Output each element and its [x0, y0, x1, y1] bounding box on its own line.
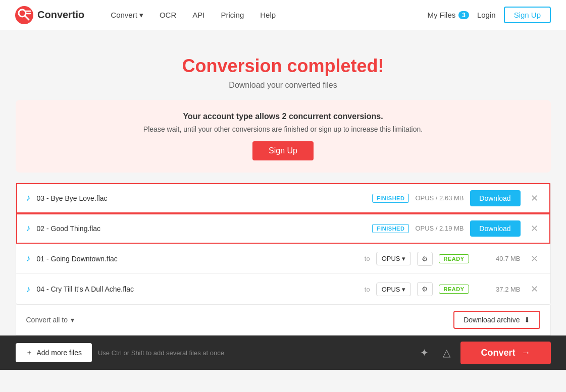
file-size: OPUS / 2.19 MB — [415, 225, 464, 232]
drop-hint: Use Ctrl or Shift to add several files a… — [98, 349, 410, 357]
nav-convert[interactable]: Convert ▾ — [105, 8, 149, 23]
my-files-button[interactable]: My Files 3 — [427, 11, 469, 19]
nav-api[interactable]: API — [186, 8, 211, 22]
status-badge: FINISHED — [372, 224, 409, 233]
status-badge: FINISHED — [372, 194, 409, 203]
nav-help[interactable]: Help — [254, 8, 282, 22]
nav-right: My Files 3 Login Sign Up — [427, 7, 551, 23]
notice-signup-button[interactable]: Sign Up — [252, 141, 314, 160]
notice-banner: Your account type allows 2 concurrent co… — [16, 100, 551, 173]
nav-pricing[interactable]: Pricing — [215, 8, 250, 22]
login-link[interactable]: Login — [477, 11, 496, 19]
hero-title: Conversion completed! — [16, 55, 551, 77]
logo[interactable]: Convertio — [15, 6, 84, 24]
file-name: 02 - Good Thing.flac — [37, 225, 367, 233]
logo-icon — [15, 6, 33, 24]
convert-all-button[interactable]: Convert all to ▾ — [26, 316, 74, 324]
notice-title: Your account type allows 2 concurrent co… — [31, 112, 536, 121]
download-button[interactable]: Download — [470, 220, 521, 237]
plus-icon: ＋ — [26, 348, 33, 357]
convert-button[interactable]: Convert → — [460, 342, 550, 364]
music-icon: ♪ — [26, 284, 31, 295]
google-drive-icon: △ — [443, 347, 450, 358]
dropbox-icon: ✦ — [420, 347, 429, 358]
file-size: OPUS / 2.63 MB — [415, 194, 464, 202]
bottom-toolbar: ＋ Add more files Use Ctrl or Shift to ad… — [6, 335, 561, 370]
notice-text: Please wait, until your other conversion… — [31, 125, 536, 133]
download-icon: ⬇ — [524, 316, 530, 324]
bottom-section: ＋ Add more files Use Ctrl or Shift to ad… — [0, 335, 566, 370]
main-content: Conversion completed! Download your conv… — [6, 30, 561, 335]
table-row: ♪ 01 - Going Downtown.flac to OPUS ▾ ⚙ R… — [16, 244, 550, 274]
file-name: 01 - Going Downtown.flac — [37, 255, 358, 263]
table-row: ♪ 04 - Cry Till It's A Dull Ache.flac to… — [16, 274, 550, 304]
table-row: ♪ 03 - Bye Bye Love.flac FINISHED OPUS /… — [16, 183, 550, 213]
close-button[interactable]: ✕ — [529, 251, 540, 266]
gear-button[interactable]: ⚙ — [417, 252, 433, 266]
close-button[interactable]: ✕ — [529, 282, 540, 297]
file-size: 37.2 MB — [475, 286, 521, 293]
hero-subtitle: Download your converted files — [16, 81, 551, 90]
dropbox-button[interactable]: ✦ — [416, 344, 433, 361]
close-button[interactable]: ✕ — [529, 221, 540, 236]
gear-button[interactable]: ⚙ — [417, 282, 433, 296]
music-icon: ♪ — [26, 253, 31, 264]
add-files-button[interactable]: ＋ Add more files — [16, 343, 92, 362]
chevron-down-icon: ▾ — [402, 286, 405, 293]
google-drive-button[interactable]: △ — [439, 344, 454, 361]
files-container: ♪ 03 - Bye Bye Love.flac FINISHED OPUS /… — [16, 183, 551, 305]
chevron-down-icon: ▾ — [139, 11, 143, 20]
navbar: Convertio Convert ▾ OCR API Pricing Help… — [0, 0, 566, 30]
table-row: ♪ 02 - Good Thing.flac FINISHED OPUS / 2… — [16, 213, 550, 244]
my-files-badge: 3 — [458, 11, 469, 19]
file-size: 40.7 MB — [475, 255, 521, 262]
nav-ocr[interactable]: OCR — [153, 8, 182, 22]
chevron-down-icon: ▾ — [71, 316, 74, 324]
file-name: 04 - Cry Till It's A Dull Ache.flac — [37, 285, 358, 293]
status-badge: READY — [439, 254, 469, 263]
file-name: 03 - Bye Bye Love.flac — [37, 194, 367, 202]
arrow-to: to — [365, 286, 370, 293]
arrow-right-icon: → — [522, 348, 531, 358]
music-icon: ♪ — [26, 223, 31, 234]
music-icon: ♪ — [26, 193, 31, 203]
chevron-down-icon: ▾ — [402, 255, 405, 262]
format-select[interactable]: OPUS ▾ — [376, 283, 411, 296]
close-button[interactable]: ✕ — [529, 191, 540, 206]
download-button[interactable]: Download — [470, 190, 521, 206]
signup-button[interactable]: Sign Up — [504, 7, 551, 23]
format-select[interactable]: OPUS ▾ — [376, 252, 411, 265]
download-archive-button[interactable]: Download archive ⬇ — [453, 311, 540, 329]
hero-section: Conversion completed! Download your conv… — [16, 40, 551, 100]
status-badge: READY — [439, 285, 469, 294]
logo-text: Convertio — [37, 9, 84, 21]
arrow-to: to — [365, 255, 370, 262]
nav-links: Convert ▾ OCR API Pricing Help — [105, 8, 412, 23]
footer-bar: Convert all to ▾ Download archive ⬇ — [16, 305, 551, 335]
